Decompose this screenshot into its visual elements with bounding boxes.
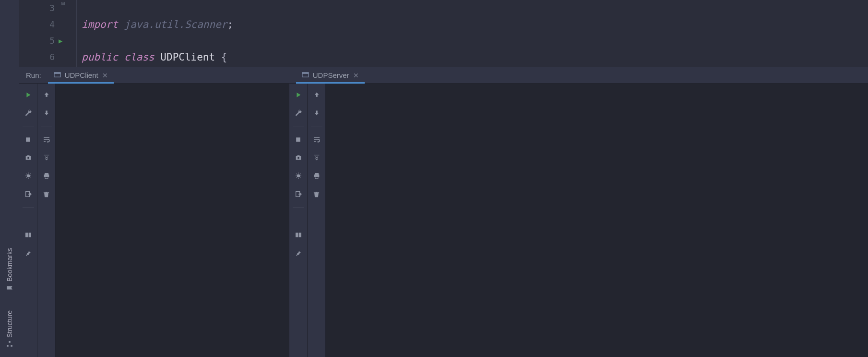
- pin-icon: [24, 250, 32, 257]
- pin-icon: [295, 250, 302, 257]
- stop-button[interactable]: [22, 133, 35, 146]
- svg-rect-11: [25, 233, 28, 237]
- keyword-import: import: [82, 19, 118, 30]
- svg-rect-12: [28, 233, 31, 237]
- close-icon[interactable]: ✕: [102, 72, 108, 79]
- rerun-button[interactable]: [22, 88, 35, 101]
- print-button[interactable]: [310, 170, 323, 182]
- application-icon: [54, 72, 61, 79]
- stop-icon: [25, 136, 31, 143]
- console-output[interactable]: [56, 84, 289, 357]
- gutter-run-icons: ▶: [59, 0, 72, 67]
- run-toolbar-console: [37, 84, 56, 357]
- class-name: UDPClient: [155, 51, 221, 63]
- layout-icon: [295, 231, 302, 239]
- clear-button[interactable]: [310, 188, 323, 200]
- exit-button[interactable]: [292, 188, 305, 200]
- exit-icon: [24, 190, 32, 198]
- svg-rect-18: [296, 233, 298, 237]
- print-button[interactable]: [40, 170, 53, 182]
- svg-rect-6: [302, 73, 309, 74]
- scroll-up-button[interactable]: [310, 88, 323, 101]
- scroll-to-end-icon: [43, 154, 50, 161]
- rerun-button[interactable]: [292, 88, 305, 101]
- run-toolbar-console: [308, 84, 326, 357]
- bug-icon: [24, 172, 32, 180]
- svg-rect-1: [11, 345, 12, 347]
- arrow-up-icon: [43, 91, 50, 98]
- layout-button[interactable]: [292, 229, 305, 241]
- line-number: 4: [19, 16, 55, 33]
- dump-threads-button[interactable]: [292, 151, 305, 164]
- exit-icon: [295, 190, 302, 198]
- close-icon[interactable]: ✕: [353, 72, 359, 79]
- print-icon: [313, 172, 321, 180]
- scroll-to-end-button[interactable]: [310, 151, 323, 164]
- svg-rect-14: [296, 137, 300, 142]
- soft-wrap-button[interactable]: [310, 133, 323, 146]
- scroll-up-button[interactable]: [40, 88, 53, 101]
- gutter-run-icon[interactable]: ▶: [59, 33, 72, 49]
- bookmarks-tool-tab[interactable]: Bookmarks: [6, 248, 13, 291]
- scroll-to-end-icon: [313, 154, 321, 161]
- clear-button[interactable]: [40, 188, 53, 200]
- print-icon: [43, 172, 50, 180]
- svg-rect-4: [54, 73, 60, 74]
- bug-icon: [295, 172, 302, 180]
- wrench-icon: [295, 109, 302, 117]
- debug-attach-button[interactable]: [292, 170, 305, 182]
- run-icon: [295, 91, 302, 98]
- modify-run-config-button[interactable]: [292, 107, 305, 119]
- pin-button[interactable]: [292, 247, 305, 259]
- svg-rect-20: [315, 177, 318, 178]
- code-editor[interactable]: 3 4 5 6 ⊟ ▶ import java.util.Scanner; pu…: [19, 0, 868, 67]
- stop-button[interactable]: [292, 133, 305, 146]
- arrow-down-icon: [313, 110, 320, 116]
- scroll-to-end-button[interactable]: [40, 151, 53, 164]
- scroll-down-button[interactable]: [40, 107, 53, 119]
- import-package: java.util.Scanner: [118, 19, 227, 30]
- dump-threads-button[interactable]: [22, 151, 35, 164]
- modify-run-config-button[interactable]: [22, 107, 35, 119]
- svg-rect-7: [26, 137, 30, 142]
- separator: [23, 126, 34, 126]
- run-panel-udpclient: [19, 84, 289, 357]
- trash-icon: [43, 191, 50, 198]
- open-brace: {: [221, 51, 227, 63]
- debug-attach-button[interactable]: [22, 170, 35, 182]
- structure-label: Structure: [6, 310, 13, 338]
- code-area[interactable]: import java.util.Scanner; public class U…: [72, 0, 868, 67]
- bookmark-icon: [6, 284, 13, 291]
- soft-wrap-button[interactable]: [40, 133, 53, 146]
- arrow-down-icon: [43, 110, 50, 116]
- structure-icon: [6, 341, 13, 347]
- svg-rect-2: [9, 341, 11, 343]
- run-toolbar-primary: [289, 84, 308, 357]
- svg-point-16: [297, 174, 300, 178]
- line-number: 5: [19, 33, 55, 49]
- console-output[interactable]: [326, 84, 868, 357]
- semicolon: ;: [227, 19, 233, 30]
- run-panel-udpserver: [289, 84, 868, 357]
- trash-icon: [313, 191, 320, 198]
- scroll-down-button[interactable]: [310, 107, 323, 119]
- pin-button[interactable]: [22, 247, 35, 259]
- run-tab-udpclient[interactable]: UDPClient ✕: [48, 67, 114, 83]
- layout-button[interactable]: [22, 229, 35, 241]
- run-label: Run:: [19, 71, 48, 79]
- separator: [293, 126, 304, 126]
- camera-icon: [24, 154, 32, 161]
- run-tab-udpserver[interactable]: UDPServer ✕: [296, 67, 365, 83]
- application-icon: [302, 72, 309, 79]
- separator: [23, 207, 34, 208]
- line-number: 3: [19, 0, 55, 16]
- svg-point-8: [27, 157, 29, 159]
- run-toolbar-primary: [19, 84, 37, 357]
- layout-icon: [24, 231, 32, 239]
- structure-tool-tab[interactable]: Structure: [6, 310, 13, 347]
- exit-button[interactable]: [22, 188, 35, 200]
- bookmarks-label: Bookmarks: [6, 248, 13, 282]
- separator: [293, 207, 304, 208]
- class-modifiers: public class: [82, 51, 155, 63]
- svg-rect-19: [298, 233, 301, 237]
